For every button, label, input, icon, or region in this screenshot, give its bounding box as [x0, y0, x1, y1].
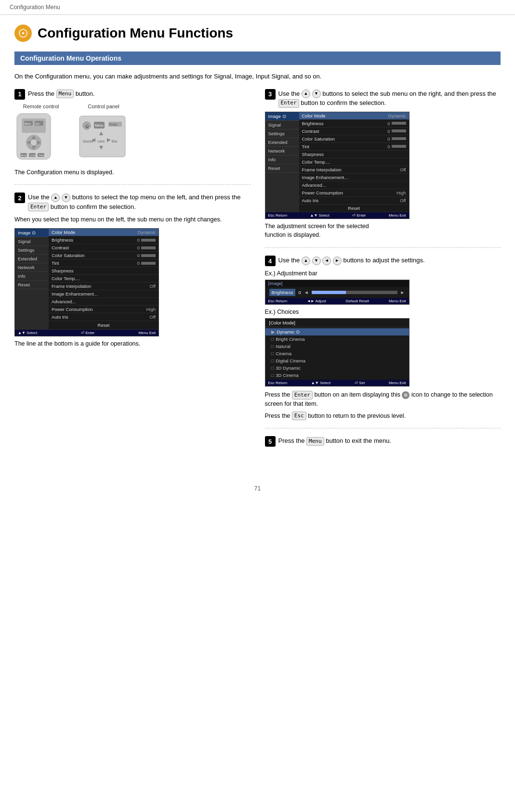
menu3-row-power: Power ConsumptionHigh	[299, 189, 409, 197]
menu-item-info: Info	[15, 272, 49, 281]
menu-left-3: Image ⊙ Signal Settings Extended Network…	[265, 112, 299, 212]
svg-text:Memory: Memory	[21, 154, 27, 156]
menu-row-sharpness: Sharpness	[49, 267, 158, 275]
menu3-row-frame: Frame InterpolationOff	[299, 166, 409, 174]
menu-bottom-bar-2: ▲▼ Select ⏎ Enter Menu Exit	[15, 330, 158, 336]
choices-list: ▶Dynamic ⊙ □Bright Cinema □Natural □Cine…	[265, 327, 409, 380]
remote-label: Remote control	[23, 103, 59, 109]
step-1-caption: The Configuration menu is displayed.	[14, 168, 251, 177]
menu3-item-info: Info	[265, 155, 299, 164]
menu-key-5: Menu	[306, 437, 324, 446]
step-1-header: 1 Press the Menu button.	[14, 89, 251, 100]
ex-bar-label: Ex.) Adjustment bar	[265, 270, 501, 277]
menu-item-image: Image ⊙	[15, 229, 49, 237]
menu-row-autoiris: Auto IrisOff	[49, 313, 158, 321]
step-2-number: 2	[14, 193, 25, 203]
step-3-header: 3 Use the ▲ ▼ buttons to select the sub …	[265, 89, 501, 108]
svg-text:Menu: Menu	[25, 122, 31, 125]
choices-screen: [Color Mode] ▶Dynamic ⊙ □Bright Cinema □…	[265, 318, 409, 387]
right-arrow-4: ►	[333, 257, 342, 265]
svg-text:⏻: ⏻	[85, 124, 89, 129]
page-footer: 71	[0, 476, 515, 502]
down-arrow-4: ▼	[312, 257, 321, 265]
step-1: 1 Press the Menu button. Remote control	[14, 89, 251, 185]
choice-3d-cinema: □3D Cinema	[265, 372, 409, 379]
up-arrow-3: ▲	[302, 90, 310, 98]
choices-title: [Color Mode]	[265, 319, 409, 327]
step-5: 5 Press the Menu button to exit the menu…	[265, 436, 501, 458]
left-column: 1 Press the Menu button. Remote control	[14, 89, 251, 466]
menu-row-colormode: Color ModeDynamic	[49, 229, 158, 236]
enter-key-2: Enter	[28, 203, 49, 211]
svg-text:Pattern: Pattern	[39, 154, 45, 156]
adj-left-arrow: ◄	[304, 290, 309, 295]
menu-item-signal: Signal	[15, 237, 49, 246]
menu3-item-image: Image ⊙	[265, 112, 299, 121]
step-5-header: 5 Press the Menu button to exit the menu…	[265, 436, 501, 447]
ex-choices-label: Ex.) Choices	[265, 309, 501, 315]
page-header: Configuration Menu	[0, 0, 515, 15]
step-4-note2: Press the Esc button to return to the pr…	[265, 412, 501, 421]
remote-control-area: Remote control Menu Esc	[14, 103, 251, 164]
right-column: 3 Use the ▲ ▼ buttons to select the sub …	[265, 89, 501, 466]
menu-row-contrast: Contrast0	[49, 244, 158, 252]
menu3-item-network: Network	[265, 147, 299, 155]
adj-bar-screen: [Image] Brightness 0 ◄ ►	[265, 280, 409, 305]
step-1-text: Press the Menu button.	[28, 89, 251, 99]
menu-row-powerconsump: Power ConsumptionHigh	[49, 306, 158, 313]
menu-screen-2: Image ⊙ Signal Settings Extended Network…	[14, 228, 159, 336]
menu3-item-signal: Signal	[265, 121, 299, 129]
menu-row-tint: Tint0	[49, 259, 158, 267]
main-content: 1 Press the Menu button. Remote control	[14, 89, 501, 466]
menu3-row-autoiris: Auto IrisOff	[299, 197, 409, 205]
choice-digital-cinema: □Digital Cinema	[265, 357, 409, 364]
adj-bottom-bar: Esc Return ◄► Adjust Default Reset Menu …	[265, 298, 409, 304]
svg-text:Menu: Menu	[95, 124, 104, 127]
step-3: 3 Use the ▲ ▼ buttons to select the sub …	[265, 89, 501, 248]
adj-bar-container	[312, 291, 397, 294]
step-2-text: Use the ▲ ▼ buttons to select the top me…	[28, 193, 251, 211]
panel-svg: ⏻ Menu Enter Source Lens Esc	[77, 111, 130, 164]
choice-natural: □Natural	[265, 343, 409, 350]
menu3-item-reset: Reset	[265, 164, 299, 173]
step-1-number: 1	[14, 89, 25, 100]
section-header: Configuration Menu Operations	[14, 52, 501, 65]
down-arrow-3: ▼	[312, 90, 321, 98]
intro-text: On the Configuration menu, you can make …	[14, 72, 501, 81]
choice-cinema: □Cinema	[265, 350, 409, 357]
step-2-caption: The line at the bottom is a guide for op…	[14, 339, 251, 348]
svg-text:Esc: Esc	[36, 122, 40, 125]
adj-bar-fill	[312, 291, 346, 294]
down-arrow-2: ▼	[62, 193, 70, 202]
svg-text:Esc: Esc	[112, 140, 118, 143]
adj-bar	[312, 291, 397, 294]
adj-right-arrow: ►	[400, 290, 405, 295]
menu3-item-extended: Extended	[265, 138, 299, 147]
step-4-header: 4 Use the ▲ ▼ ◄ ► buttons to adjust the …	[265, 256, 501, 266]
step-5-number: 5	[265, 436, 276, 447]
svg-text:Enter: Enter	[109, 123, 118, 126]
header-title: Configuration Menu	[10, 4, 60, 11]
choice-dynamic: ▶Dynamic ⊙	[265, 328, 409, 335]
adj-header: [Image]	[265, 280, 409, 287]
svg-text:Lens: Lens	[97, 140, 105, 143]
step-4-number: 4	[265, 256, 276, 266]
menu-row-frameinterp: Frame InterpolationOff	[49, 283, 158, 290]
left-arrow-4: ◄	[322, 257, 331, 265]
menu3-row-sharpness: Sharpness	[299, 151, 409, 158]
menu-row-brightness: Brightness0	[49, 236, 158, 244]
menu3-row-colormode: Color ModeDynamic	[299, 112, 409, 120]
step-3-number: 3	[265, 89, 276, 100]
esc-key-4: Esc	[292, 412, 306, 420]
adj-content: Brightness 0 ◄ ►	[265, 287, 409, 298]
menu-row-reset: Reset	[49, 321, 158, 330]
panel-img: Control panel ⏻ Menu Enter	[77, 103, 130, 164]
step-2: 2 Use the ▲ ▼ buttons to select the top …	[14, 193, 251, 356]
menu-key-1: Menu	[56, 90, 74, 98]
menu-right-3: Color ModeDynamic Brightness0 Contrast0 …	[299, 112, 409, 212]
choices-bottom-bar: Esc Return ▲▼ Select ⏎ Set Menu Exit	[265, 380, 409, 386]
svg-point-12	[31, 140, 37, 145]
step-2-header: 2 Use the ▲ ▼ buttons to select the top …	[14, 193, 251, 211]
menu3-row-colortemp: Color Temp....	[299, 158, 409, 166]
svg-text:Lens2: Lens2	[30, 154, 36, 156]
